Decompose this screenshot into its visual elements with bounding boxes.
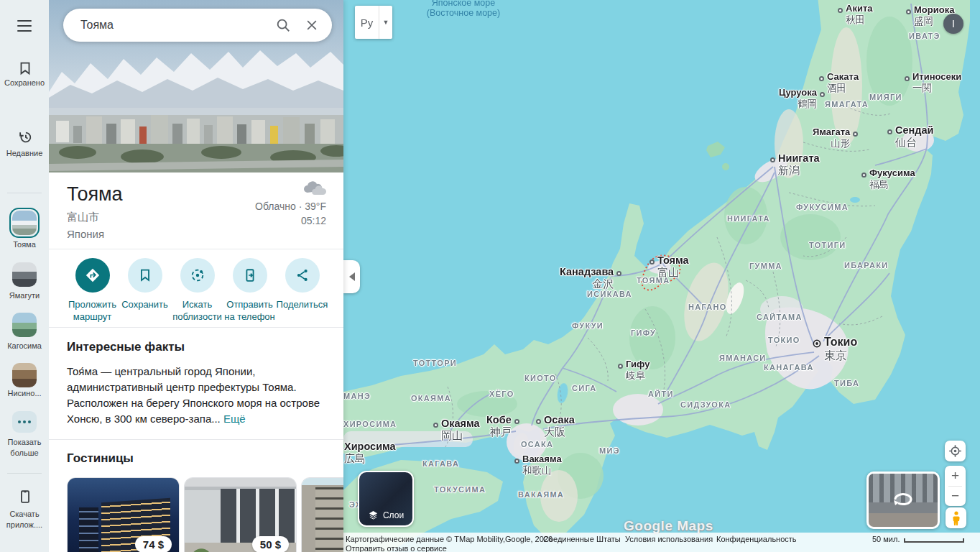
map-city-tokyo[interactable]: Токио東京 — [813, 336, 857, 364]
hotel-price-badge: 50 $ — [252, 536, 289, 552]
hotel-card[interactable]: 74 $ — [67, 477, 180, 552]
collapse-panel-button[interactable] — [343, 260, 360, 293]
history-icon[interactable] — [17, 129, 33, 145]
search-input[interactable] — [80, 19, 269, 32]
city-dot-icon — [853, 132, 858, 137]
weather-condition: Облачно · 39°F — [255, 201, 326, 212]
weather-widget[interactable]: Облачно · 39°F 05:12 — [255, 180, 326, 226]
map-prefecture-label: СИДЗУОКА — [680, 400, 731, 409]
map-prefecture-label: ФУКУСИМА — [796, 203, 849, 211]
map-prefecture-label: ГУММА — [749, 262, 782, 270]
terms-link[interactable]: Условия использования — [625, 535, 713, 543]
place-panel: Тояма 富山市 Япония Облачно · 39°F 05:12 Пр… — [49, 0, 343, 552]
show-more-button[interactable] — [12, 411, 37, 433]
sidebar-place-nishino-label: Нисино... — [1, 388, 47, 399]
save-button[interactable]: Сохранить — [119, 258, 171, 327]
map-city-sendai[interactable]: Сендай仙台 — [887, 124, 933, 150]
hotel-card[interactable] — [301, 477, 343, 552]
send-to-phone-icon — [242, 267, 258, 283]
get-app-label[interactable]: Скачать прилож.... — [1, 509, 47, 530]
hotels-heading: Гостиницы — [67, 451, 343, 466]
map-city-ichinoseki[interactable]: Итиносеки一関 — [905, 71, 961, 95]
map-city-kobe[interactable]: Кобе神戸 — [486, 414, 519, 439]
sidebar-place-nishino[interactable] — [12, 363, 37, 387]
map-city-toyama[interactable]: Тояма富山 — [650, 254, 689, 280]
search-bar — [63, 9, 332, 42]
toyama-thumbnail — [12, 211, 37, 235]
language-selector[interactable]: Ру ▼ — [355, 6, 392, 39]
sidebar-item-recents[interactable]: Недавние — [1, 148, 47, 159]
map-city-kanazawa[interactable]: Канадзава金沢 — [560, 266, 621, 291]
hotel-card[interactable]: 50 $ — [184, 477, 297, 552]
city-dot-icon — [820, 92, 825, 97]
map-city-okayama[interactable]: Окаяма岡山 — [433, 418, 480, 443]
scale-bar — [904, 538, 964, 543]
map-city-akita[interactable]: Акита秋田 — [838, 3, 872, 27]
map-city-wakayama[interactable]: Вакаяма和歌山 — [514, 454, 562, 477]
google-maps-app: Сохранено Недавние Тояма Ямагути Кагосим… — [0, 0, 980, 552]
street-view-preview[interactable] — [866, 472, 940, 529]
city-dot-icon — [536, 419, 541, 424]
my-location-button[interactable] — [945, 441, 966, 461]
divider — [7, 193, 42, 193]
map-city-yamagata[interactable]: Ямагата山形 — [813, 126, 858, 150]
map-city-osaka[interactable]: Осака大阪 — [536, 414, 575, 439]
share-button[interactable]: Поделиться — [276, 258, 328, 327]
map-prefecture-label: ЯМАНАСИ — [719, 354, 767, 362]
menu-icon[interactable] — [17, 20, 32, 32]
search-nearby-icon — [190, 267, 205, 283]
account-avatar[interactable]: I — [943, 14, 963, 34]
sidebar-place-kagoshima[interactable] — [12, 313, 37, 337]
map-prefecture-label: ТОТТОРИ — [413, 359, 457, 367]
map-city-hiroshima[interactable]: Хиросима広島 — [344, 441, 396, 466]
search-nearby-button[interactable]: Искать поблизости — [171, 258, 223, 327]
zoom-in-button[interactable]: + — [945, 466, 966, 486]
map-city-niigata[interactable]: Ниигата新潟 — [770, 152, 820, 178]
zoom-out-button[interactable]: − — [945, 487, 966, 507]
phone-icon[interactable] — [17, 489, 33, 505]
sidebar-place-yamaguchi[interactable] — [12, 262, 37, 287]
send-to-phone-button[interactable]: Отправить на телефон — [223, 258, 276, 327]
google-maps-watermark: Google Maps — [624, 518, 713, 534]
map-prefecture-label: ЯМАГАТА — [825, 100, 869, 109]
map-prefecture-label: ТИБА — [834, 379, 859, 387]
scale-label: 50 мил. — [872, 535, 900, 543]
my-location-icon — [948, 444, 962, 458]
map-prefecture-label: КИОТО — [524, 374, 557, 382]
sidebar-item-saved[interactable]: Сохранено — [1, 78, 47, 88]
language-label[interactable]: Ру — [355, 6, 379, 39]
map-city-sakata[interactable]: Саката酒田 — [819, 71, 859, 95]
map-canvas[interactable]: Японское море (Восточное море) ИВАТЭ МИЯ… — [343, 0, 980, 552]
clear-search-button[interactable] — [297, 11, 326, 40]
region-label[interactable]: Соединенные Штаты — [543, 535, 621, 543]
search-button[interactable] — [269, 11, 297, 40]
pegman-button[interactable] — [946, 507, 966, 528]
sidebar-place-toyama[interactable] — [9, 208, 40, 238]
hotel-price-badge: 74 $ — [135, 536, 172, 552]
layers-control[interactable]: Слои — [358, 471, 414, 527]
feedback-link[interactable]: Отправить отзыв о сервисе — [346, 544, 447, 552]
privacy-link[interactable]: Конфиденциальность — [716, 535, 797, 543]
map-prefecture-label: НАГАНО — [688, 303, 727, 311]
map-city-tsuruoka[interactable]: Цуруока鶴岡 — [779, 87, 825, 111]
map-prefecture-label: ХЁГО — [489, 390, 514, 398]
weather-time: 05:12 — [255, 215, 326, 226]
action-bar: Проложить маршрут Сохранить Искать побли… — [49, 249, 343, 328]
bookmark-icon[interactable] — [17, 60, 33, 76]
map-city-gifu[interactable]: Гифу岐阜 — [618, 359, 650, 382]
map-city-fukushima[interactable]: Фукусима福島 — [861, 167, 915, 191]
city-dot-icon — [514, 459, 519, 464]
chevron-down-icon[interactable]: ▼ — [379, 6, 392, 39]
place-country: Япония — [67, 228, 328, 240]
directions-button[interactable]: Проложить маршрут — [66, 258, 119, 327]
show-more-label[interactable]: Показать больше — [1, 437, 47, 459]
map-prefecture-label: МИЯГИ — [869, 93, 902, 101]
facts-text: Тоя́ма — центральный город Японии, админ… — [67, 364, 331, 427]
more-link[interactable]: Ещё — [223, 413, 246, 425]
city-dot-icon — [887, 129, 892, 134]
map-prefecture-label: КАНАГАВА — [764, 363, 814, 372]
capital-marker-icon — [813, 339, 821, 348]
map-prefecture-label: ВАКАЯМА — [518, 490, 564, 499]
city-dot-icon — [433, 423, 438, 428]
map-prefecture-label: СИГА — [572, 384, 597, 392]
